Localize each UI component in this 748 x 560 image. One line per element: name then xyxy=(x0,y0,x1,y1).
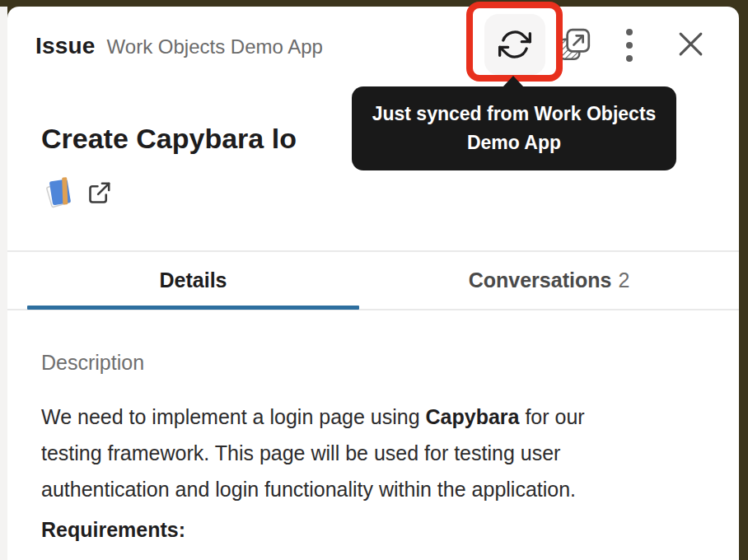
sync-tooltip: Just synced from Work Objects Demo App xyxy=(352,86,676,170)
description-line1-post: for our xyxy=(519,405,584,428)
description-text: We need to implement a login page using … xyxy=(41,399,708,507)
description-line1-pre: We need to implement a login page using xyxy=(41,405,426,428)
more-options-kebab-icon xyxy=(623,26,636,64)
description-line1-bold: Capybara xyxy=(426,405,520,428)
tab-conversations-label: Conversations xyxy=(469,268,612,292)
tooltip-arrow xyxy=(503,76,524,87)
external-link-icon xyxy=(86,180,113,207)
open-external-link[interactable] xyxy=(86,180,113,207)
description-section-heading: Description xyxy=(41,351,144,375)
tab-details[interactable]: Details xyxy=(27,252,359,308)
description-line3: authentication and login functionality w… xyxy=(41,478,576,501)
background-page-edge xyxy=(0,7,7,560)
close-panel-button[interactable] xyxy=(676,30,705,58)
description-line2: testing framework. This page will be use… xyxy=(41,441,560,464)
tab-conversations-count: 2 xyxy=(618,268,629,292)
app-name-label: Work Objects Demo App xyxy=(107,35,323,58)
tab-details-label: Details xyxy=(160,268,227,292)
close-icon xyxy=(676,30,705,58)
sync-refresh-icon xyxy=(498,28,531,61)
sync-button[interactable] xyxy=(484,14,545,75)
issue-flexpane-screenshot: Issue Work Objects Demo App xyxy=(0,0,748,560)
object-type-label: Issue xyxy=(35,33,96,59)
issue-title: Create Capybara lo xyxy=(41,123,297,155)
blue-notebook-emoji xyxy=(43,176,76,209)
tab-conversations[interactable]: Conversations2 xyxy=(359,252,739,308)
open-in-new-window-button[interactable] xyxy=(555,26,593,63)
panel-header: Issue Work Objects Demo App xyxy=(35,33,323,59)
more-options-button[interactable] xyxy=(623,26,636,64)
title-meta-row xyxy=(43,176,113,209)
open-in-new-window-icon xyxy=(555,26,593,63)
requirements-heading: Requirements: xyxy=(41,518,185,542)
